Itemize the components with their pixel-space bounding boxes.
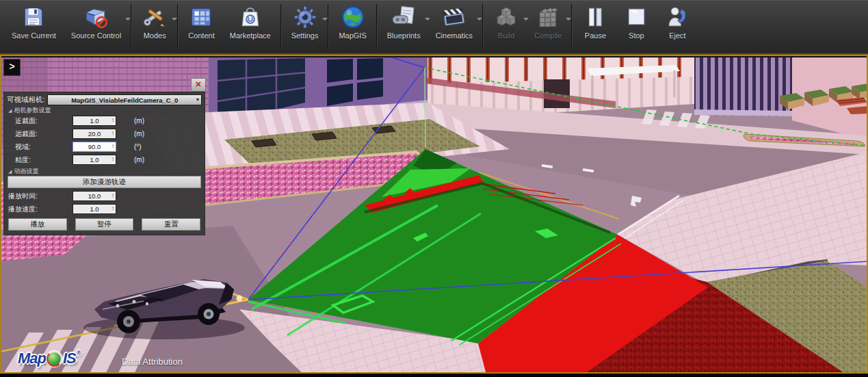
logo-text-prefix: Map <box>18 350 46 367</box>
toolbar-separator <box>177 4 179 49</box>
play-speed-input[interactable]: 1.0 ↕ <box>73 204 116 214</box>
save-icon <box>21 4 47 30</box>
play-in-editor-highlight <box>0 53 868 56</box>
eject-icon <box>664 4 690 30</box>
cinematics-icon <box>441 4 467 30</box>
field-label: 播放速度: <box>4 205 73 214</box>
field-precision: 精度: 1.0 ↕ (m) <box>4 153 205 166</box>
toolbar-button-stop[interactable]: Stop <box>616 3 657 40</box>
field-unit: (m) <box>134 156 144 164</box>
chevron-down-icon[interactable] <box>125 18 131 23</box>
toolbar-button-content[interactable]: Content <box>181 3 222 40</box>
reset-button[interactable]: 重置 <box>142 218 200 231</box>
panel-expand-button[interactable]: > <box>3 59 21 76</box>
mapgis-logo: MapIS® <box>18 350 80 367</box>
toolbar-label: Save Current <box>12 31 56 40</box>
play-time-input[interactable]: 10.0 ↕ <box>73 191 116 201</box>
drag-handle-icon[interactable]: ↕ <box>111 143 114 150</box>
toolbar-label: Marketplace <box>230 31 271 40</box>
toolbar-separator <box>131 4 132 49</box>
toolbar-label: Blueprints <box>387 31 421 40</box>
field-play-time: 播放时间: 10.0 ↕ <box>4 190 205 203</box>
field-unit: (m) <box>134 130 144 138</box>
toolbar-label: Settings <box>291 31 319 40</box>
camera-select-value: MapGIS_VisiableFeildCamera_C_0 <box>71 96 178 104</box>
drag-handle-icon[interactable]: ↕ <box>111 117 114 124</box>
toolbar-button-save-current[interactable]: Save Current <box>4 3 64 40</box>
modes-icon <box>142 4 168 30</box>
toolbar-separator <box>376 4 378 49</box>
chevron-down-icon[interactable] <box>477 18 482 23</box>
globe-icon <box>47 351 62 367</box>
toolbar-separator <box>571 4 573 49</box>
chevron-down-icon[interactable] <box>566 18 571 23</box>
main-toolbar: Save Current Source Control Modes Conten… <box>0 0 868 53</box>
building-windows <box>694 57 792 116</box>
toolbar-label: Content <box>188 31 215 40</box>
toolbar-button-eject[interactable]: Eject <box>657 3 698 40</box>
toolbar-button-blueprints[interactable]: Blueprints <box>380 3 428 40</box>
drag-handle-icon[interactable]: ↕ <box>111 130 114 137</box>
drag-handle-icon[interactable]: ↕ <box>111 205 114 212</box>
camera-select-label: 可视域相机: <box>7 95 44 105</box>
blueprints-icon <box>391 4 417 30</box>
panel-close-button[interactable]: × <box>191 78 206 92</box>
field-label: 精度: <box>4 155 73 165</box>
toolbar-label: Pause <box>585 31 606 40</box>
section-camera-params[interactable]: ◢相机参数设置 <box>8 106 205 114</box>
marketplace-icon <box>237 4 263 30</box>
chevron-down-icon[interactable] <box>322 18 328 23</box>
add-roaming-track-button[interactable]: 添加漫游轨迹 <box>8 176 201 188</box>
toolbar-button-cinematics[interactable]: Cinematics <box>428 3 480 40</box>
toolbar-button-source-control[interactable]: Source Control <box>64 3 129 40</box>
toolbar-button-compile[interactable]: Compile <box>527 3 569 40</box>
logo-text-suffix: IS <box>63 350 76 367</box>
compile-icon <box>535 4 561 30</box>
field-fov: 视域: 90.0 ↕ (°) <box>4 140 205 153</box>
settings-gear-icon <box>292 4 318 30</box>
build-icon <box>493 4 519 30</box>
field-label: 近裁面: <box>4 116 73 126</box>
toolbar-label: Modes <box>144 31 166 40</box>
toolbar-button-marketplace[interactable]: Marketplace <box>222 3 278 40</box>
camera-select[interactable]: MapGIS_VisiableFeildCamera_C_0 ▾ <box>47 94 202 105</box>
toolbar-label: MapGIS <box>339 31 366 40</box>
fov-input[interactable]: 90.0 ↕ <box>73 142 116 152</box>
content-browser-icon <box>188 4 214 30</box>
field-far-clip: 远裁面: 20.0 ↕ (m) <box>4 127 205 140</box>
source-control-icon <box>83 4 109 30</box>
chevron-down-icon[interactable] <box>172 18 177 23</box>
near-clip-input[interactable]: 1.0 ↕ <box>73 116 116 126</box>
toolbar-button-settings[interactable]: Settings <box>284 3 326 40</box>
toolbar-separator <box>328 4 329 49</box>
chevron-down-icon: ▾ <box>196 96 199 103</box>
far-clip-input[interactable]: 20.0 ↕ <box>73 129 116 139</box>
field-play-speed: 播放速度: 1.0 ↕ <box>4 203 205 216</box>
play-button[interactable]: 播放 <box>8 218 67 231</box>
data-attribution-link[interactable]: Data Attribution <box>122 356 183 367</box>
toolbar-label: Build <box>498 31 514 40</box>
toolbar-button-pause[interactable]: Pause <box>575 3 616 40</box>
section-animation[interactable]: ◢动画设置 <box>8 167 205 174</box>
drag-handle-icon[interactable]: ↕ <box>111 192 114 199</box>
stop-icon <box>623 4 649 30</box>
registered-mark: ® <box>77 350 81 356</box>
toolbar-button-modes[interactable]: Modes <box>134 3 175 40</box>
field-label: 视域: <box>4 142 73 152</box>
toolbar-separator <box>280 4 282 49</box>
field-unit: (°) <box>134 143 142 151</box>
drag-handle-icon[interactable]: ↕ <box>111 156 114 163</box>
field-unit: (m) <box>134 117 144 125</box>
pause-icon <box>582 4 608 30</box>
toolbar-button-mapgis[interactable]: MapGIS <box>331 3 373 40</box>
triangle-icon: ◢ <box>8 108 12 113</box>
mapgis-globe-icon <box>340 4 366 30</box>
pause-button[interactable]: 暂停 <box>75 218 134 231</box>
precision-input[interactable]: 1.0 ↕ <box>73 155 116 165</box>
field-label: 播放时间: <box>4 192 73 201</box>
toolbar-button-build[interactable]: Build <box>486 3 527 40</box>
field-label: 远裁面: <box>4 129 73 139</box>
field-near-clip: 近裁面: 1.0 ↕ (m) <box>4 114 205 127</box>
toolbar-label: Cinematics <box>436 31 473 40</box>
visibility-camera-panel: 可视域相机: MapGIS_VisiableFeildCamera_C_0 ▾ … <box>3 92 205 235</box>
